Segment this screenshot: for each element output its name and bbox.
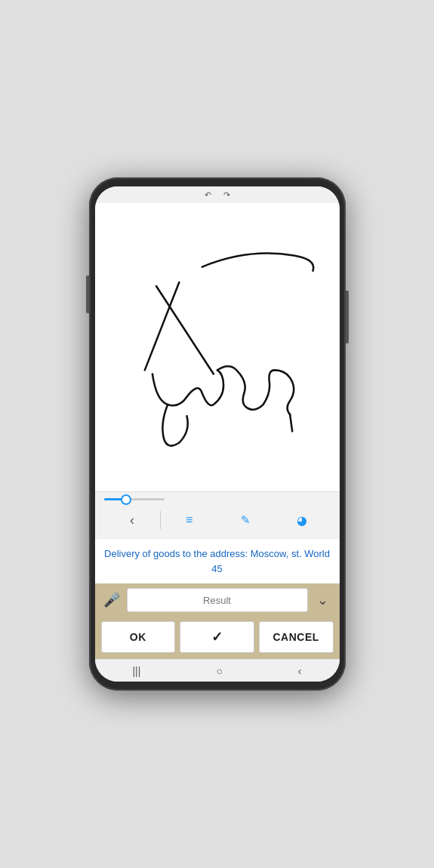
lines-icon: ≡ [186, 513, 192, 527]
undo-icon[interactable]: ↶ [205, 190, 211, 200]
chevron-down-icon[interactable]: ⌄ [312, 592, 334, 608]
toolbar: ‹ ≡ ✎ ◕ [95, 491, 340, 538]
mic-icon[interactable]: 🎤 [101, 592, 122, 608]
pen-button[interactable]: ✎ [217, 508, 274, 532]
nav-bar: ||| ○ ‹ [95, 659, 340, 682]
cancel-button[interactable]: CANCEL [259, 621, 334, 653]
nav-home-icon[interactable]: ○ [216, 665, 222, 677]
pen-icon: ✎ [241, 513, 251, 527]
phone-shell: ↶ ↷ [89, 177, 346, 691]
fill-icon: ◕ [297, 513, 307, 528]
nav-menu-icon[interactable]: ||| [132, 665, 140, 677]
signature-canvas[interactable] [95, 203, 340, 491]
cancel-label: CANCEL [273, 631, 319, 643]
back-button[interactable]: ‹ [104, 508, 161, 532]
slider-row [104, 497, 331, 503]
tool-row: ‹ ≡ ✎ ◕ [104, 506, 331, 534]
check-button[interactable]: ✓ [180, 621, 254, 653]
status-bar: ↶ ↷ [95, 186, 340, 203]
ok-button[interactable]: OK [101, 621, 176, 653]
check-label: ✓ [211, 629, 223, 645]
stroke-size-slider[interactable] [104, 498, 165, 500]
result-input[interactable] [127, 588, 308, 612]
screen: ↶ ↷ [95, 186, 340, 682]
back-icon: ‹ [130, 512, 134, 528]
fill-button[interactable]: ◕ [274, 508, 331, 532]
button-row: OK ✓ CANCEL [95, 617, 340, 659]
nav-back-icon[interactable]: ‹ [298, 665, 302, 677]
description-label: Delivery of goods to the address: Moscow… [104, 548, 330, 574]
redo-icon[interactable]: ↷ [223, 190, 230, 200]
description-text: Delivery of goods to the address: Moscow… [95, 538, 340, 583]
lines-button[interactable]: ≡ [161, 508, 217, 532]
input-row: 🎤 ⌄ [95, 583, 340, 617]
ok-label: OK [130, 631, 146, 643]
